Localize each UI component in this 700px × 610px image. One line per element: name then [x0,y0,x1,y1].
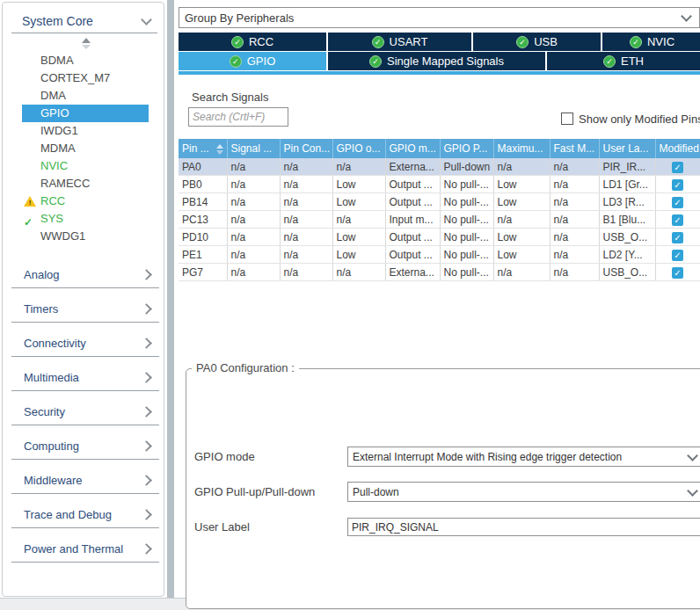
table-row-pg7[interactable]: PG7n/an/an/aExterna...No pull-...n/an/aU… [179,264,700,281]
sidebar-item-mdma[interactable]: MDMA [3,140,164,157]
column-header-gpio-p-[interactable]: GPIO P... [440,139,493,158]
sidebar-category-power-and-thermal[interactable]: Power and Thermal [11,535,159,563]
modified-checkbox[interactable] [672,267,683,279]
chevron-right-icon [141,372,152,383]
check-circle-icon [372,36,384,48]
modified-checkbox[interactable] [672,197,683,208]
tab-label: ETH [621,54,644,68]
chevron-down-icon [687,485,698,497]
sidebar-category-connectivity[interactable]: Connectivity [11,330,159,357]
sidebar-item-label: SYS [40,212,63,225]
table-cell: Low [493,176,550,193]
sidebar-category-computing[interactable]: Computing [11,432,159,460]
sidebar-category-timers[interactable]: Timers [11,295,159,323]
column-header-maximu-[interactable]: Maximu... [493,139,550,158]
modified-checkbox[interactable] [672,214,683,226]
sidebar-item-bdma[interactable]: BDMA [3,52,164,69]
sidebar-item-label: DMA [40,89,66,102]
table-cell-modified [655,193,700,211]
sidebar-item-label: GPIO [40,106,69,120]
tab-label: RCC [249,35,273,48]
table-row-pb14[interactable]: PB14n/an/aLowOutput ...No pull-...Lown/a… [179,193,700,211]
sidebar-item-sys[interactable]: ✓SYS [3,210,164,228]
table-cell-modified [655,158,700,176]
peripheral-sidebar: System Core BDMACORTEX_M7DMAGPIOIWDG1MDM… [2,2,164,597]
sidebar-item-rcc[interactable]: !RCC [3,192,164,210]
column-header-label: Modified [660,142,699,155]
sidebar-item-label: CORTEX_M7 [40,71,110,84]
table-cell: Output ... [385,246,440,264]
sidebar-item-dma[interactable]: DMA [3,87,164,105]
sidebar-category-trace-and-debug[interactable]: Trace and Debug [11,501,159,528]
tab-usb[interactable]: USB [473,33,601,51]
table-cell: PC13 [179,211,227,229]
sidebar-item-gpio[interactable]: GPIO [22,105,149,122]
tab-usart[interactable]: USART [328,33,471,51]
table-row-pd10[interactable]: PD10n/an/aLowOutput ...No pull-...Lown/a… [179,229,700,246]
check-circle-icon [603,55,616,68]
sidebar-item-wwdg1[interactable]: WWDG1 [3,228,164,245]
table-cell: LD2 [Y... [599,246,655,264]
table-cell: B1 [Blu... [599,211,655,229]
column-header-pin-con-[interactable]: Pin Con... [280,139,332,158]
sidebar-category-security[interactable]: Security [11,398,159,425]
table-row-pe1[interactable]: PE1n/an/aLowOutput ...No pull-...Lown/aL… [179,246,700,264]
group-by-select[interactable]: Group By Peripherals [179,7,700,28]
table-cell: PB14 [179,193,227,211]
table-cell: USB_O... [599,264,655,281]
pin-configuration-group: PA0 Configuration : GPIO modeExternal In… [186,368,700,609]
tab-single-mapped-signals[interactable]: Single Mapped Signals [328,52,545,70]
table-cell: n/a [280,176,332,193]
table-cell: PIR_IR... [599,158,655,176]
table-cell: n/a [280,246,332,264]
table-cell: No pull-... [440,229,493,246]
tab-rcc[interactable]: RCC [179,33,326,51]
sidebar-category-multimedia[interactable]: Multimedia [11,364,159,391]
table-row-pb0[interactable]: PB0n/an/aLowOutput ...No pull-...Lown/aL… [179,176,700,193]
column-header-gpio-m-[interactable]: GPIO m... [385,139,440,158]
column-header-fast-m-[interactable]: Fast M... [550,139,599,158]
gpio-mode-label: GPIO mode [194,450,339,463]
table-row-pc13[interactable]: PC13n/an/an/aInput m...No pull-...n/an/a… [179,211,700,229]
table-row-pa0[interactable]: PA0n/an/an/aExterna...Pull-downn/an/aPIR… [179,158,700,176]
list-scroll-up-indicator[interactable] [81,38,91,48]
search-input[interactable] [188,107,288,127]
column-header-signal-[interactable]: Signal ... [227,139,280,158]
column-header-pin-[interactable]: Pin ... [179,139,227,158]
panel-divider[interactable] [167,0,174,598]
table-cell: LD3 [R... [599,193,655,211]
sort-icon [216,144,224,155]
column-header-gpio-o-[interactable]: GPIO o... [332,139,385,158]
show-only-modified-checkbox[interactable] [561,113,573,125]
sidebar-item-iwdg1[interactable]: IWDG1 [3,122,164,140]
modified-checkbox[interactable] [672,250,683,261]
modified-checkbox[interactable] [672,232,683,243]
table-cell: n/a [550,246,599,264]
table-cell: Low [332,193,385,211]
category-label: Middleware [11,474,82,487]
sidebar-category-middleware[interactable]: Middleware [11,467,159,494]
tab-label: USART [390,35,428,48]
user-label-input[interactable] [347,518,700,536]
pin-configuration-title: PA0 Configuration : [192,361,299,374]
column-header-user-la-[interactable]: User La... [599,139,655,158]
gpio-pull-select[interactable]: Pull-down [347,482,700,502]
check-circle-icon [230,55,242,68]
sidebar-header-system-core[interactable]: System Core [11,10,157,33]
tab-nvic[interactable]: NVIC [602,33,700,51]
column-header-modified[interactable]: Modified [655,139,700,158]
tab-eth[interactable]: ETH [547,52,700,70]
tab-gpio[interactable]: GPIO [179,52,326,70]
sidebar-item-label: RAMECC [40,177,90,190]
table-cell: n/a [227,211,280,229]
gpio-mode-select[interactable]: External Interrupt Mode with Rising edge… [347,447,700,467]
sidebar-category-analog[interactable]: Analog [11,261,159,288]
table-cell: No pull-... [440,264,493,281]
column-header-label: Fast M... [554,142,595,155]
modified-checkbox[interactable] [672,162,683,173]
modified-checkbox[interactable] [672,179,683,191]
chevron-right-icon [141,303,152,315]
sidebar-item-cortex-m7[interactable]: CORTEX_M7 [3,69,164,87]
sidebar-item-nvic[interactable]: NVIC [3,157,164,175]
sidebar-item-ramecc[interactable]: RAMECC [3,175,164,192]
